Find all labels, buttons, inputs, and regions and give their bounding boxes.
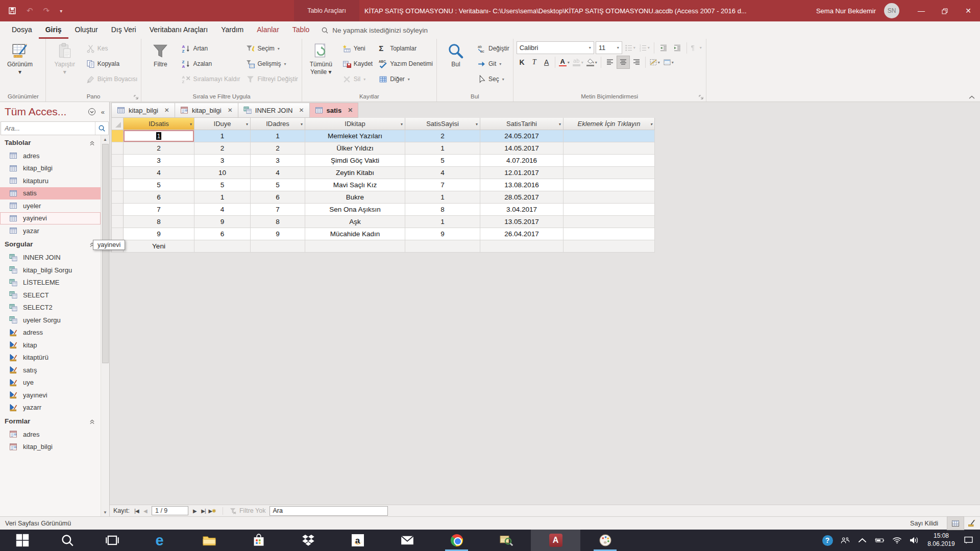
column-header-idsatis[interactable]: IDsatis▾ — [124, 118, 194, 130]
doc-tab-kitap-bilgi[interactable]: kitap_bilgi✕ — [111, 103, 175, 118]
g-r-n-m-button[interactable]: Görünüm▾ — [2, 40, 38, 77]
cell[interactable]: Memleket Yazıları — [305, 130, 405, 142]
ribbon-tab-yard-m[interactable]: Yardım — [214, 21, 250, 39]
cell[interactable]: Şimdi Göç Vakti — [305, 155, 405, 167]
taskbar-start-icon[interactable] — [0, 530, 45, 551]
action-center-icon[interactable] — [960, 530, 977, 551]
cell[interactable]: 2 — [124, 142, 194, 155]
cell[interactable] — [480, 240, 564, 253]
battery-icon[interactable] — [871, 530, 888, 551]
cell[interactable]: Zeytin Kitabı — [305, 167, 405, 179]
cell[interactable]: 1 — [251, 130, 305, 142]
taskbar-file-explorer-icon[interactable] — [184, 530, 234, 551]
cell[interactable]: 1 — [194, 191, 251, 204]
close-icon[interactable]: ✕ — [348, 107, 353, 114]
minimize-button[interactable]: — — [910, 0, 933, 21]
design-view-button[interactable] — [964, 517, 980, 530]
save-icon[interactable] — [8, 7, 16, 15]
nav-item-kitapturu[interactable]: kitapturu — [0, 174, 101, 187]
doc-tab-satis[interactable]: satis✕ — [309, 103, 359, 118]
underline-button[interactable]: A — [541, 57, 552, 68]
column-header-satistarihi[interactable]: SatisTarihi▾ — [480, 118, 564, 130]
cell[interactable]: 9 — [251, 228, 305, 240]
close-button[interactable]: ✕ — [957, 0, 980, 21]
artan-button[interactable]: AZArtan — [179, 41, 242, 56]
cell[interactable]: Mücahide Kadın — [305, 228, 405, 240]
column-dropdown-icon[interactable]: ▾ — [301, 122, 303, 127]
cell[interactable]: 2 — [251, 142, 305, 155]
nav-search-input[interactable] — [5, 125, 95, 132]
avatar[interactable]: SN — [884, 3, 899, 18]
cell[interactable]: 1 — [194, 130, 251, 142]
toplamlar-button[interactable]: ΣToplamlar — [376, 41, 435, 56]
row-selector[interactable] — [112, 155, 124, 167]
nav-item-yay-nevi[interactable]: yayınevi — [0, 389, 101, 402]
cell[interactable]: 9 — [405, 228, 480, 240]
record-search-input[interactable] — [270, 506, 388, 516]
doc-tab-inner-join[interactable]: INNER JOIN✕ — [238, 103, 310, 118]
taskbar-store-icon[interactable] — [234, 530, 283, 551]
font-color-button[interactable]: A▾ — [558, 56, 571, 68]
cell[interactable]: 8 — [405, 204, 480, 216]
cell[interactable]: 13.05.2017 — [480, 216, 564, 228]
nav-item-kitap-bilgi-sorgu[interactable]: kitap_bilgi Sorgu — [0, 264, 101, 277]
column-dropdown-icon[interactable]: ▾ — [246, 122, 248, 127]
row-selector[interactable] — [112, 142, 124, 155]
cell[interactable] — [564, 228, 655, 240]
cell[interactable] — [564, 167, 655, 179]
taskbar-chrome-icon[interactable] — [432, 530, 481, 551]
scrollbar-thumb[interactable] — [102, 144, 109, 363]
row-selector[interactable] — [112, 204, 124, 216]
doc-tab-kitap-bilgi[interactable]: kitap_bilgi✕ — [175, 103, 238, 118]
row-selector[interactable] — [112, 216, 124, 228]
nav-item-uyeler-sorgu[interactable]: uyeler Sorgu — [0, 314, 101, 327]
taskbar-amazon-icon[interactable]: a — [333, 530, 382, 551]
nav-scrollbar[interactable]: ▲ ▼ — [101, 135, 109, 516]
column-dropdown-icon[interactable]: ▾ — [559, 122, 561, 127]
cell[interactable]: 6 — [251, 191, 305, 204]
taskbar-taskbar-search-icon[interactable] — [45, 530, 90, 551]
nav-section-formlar[interactable]: Formlar — [0, 414, 101, 428]
nav-item-yazarr[interactable]: yazarr — [0, 402, 101, 414]
cell[interactable]: 6 — [194, 228, 251, 240]
tray-chevron-up-icon[interactable] — [853, 530, 871, 551]
collapse-ribbon-icon[interactable] — [969, 93, 975, 99]
tell-me-box[interactable]: Ne yapmak istediğinizi söyleyin — [321, 21, 428, 39]
cell[interactable]: 4 — [251, 167, 305, 179]
cell[interactable] — [564, 155, 655, 167]
ribbon-tab-alanlar[interactable]: Alanlar — [250, 21, 286, 39]
clock[interactable]: 15:08 8.06.2019 — [923, 532, 960, 548]
di-er-button[interactable]: Diğer▾ — [376, 71, 435, 87]
cell[interactable]: 7 — [124, 204, 194, 216]
taskbar-edge-icon[interactable]: e — [135, 530, 184, 551]
cell[interactable]: 1 — [405, 142, 480, 155]
cell[interactable] — [564, 179, 655, 191]
cell[interactable] — [251, 240, 305, 253]
cell[interactable]: 4 — [124, 167, 194, 179]
nav-pane-title[interactable]: Tüm Acces... — [5, 106, 66, 118]
cell[interactable]: 7 — [251, 204, 305, 216]
cell[interactable]: 10 — [194, 167, 251, 179]
column-dropdown-icon[interactable]: ▾ — [401, 122, 403, 127]
cell[interactable] — [564, 130, 655, 142]
gridlines-button[interactable]: ▾ — [648, 56, 661, 68]
nav-item-select2[interactable]: SELECT2 — [0, 302, 101, 314]
cell[interactable]: 5 — [124, 179, 194, 191]
align-center-button[interactable] — [617, 56, 629, 68]
filter-status[interactable]: Filtre Yok — [223, 507, 265, 515]
cell[interactable]: 5 — [405, 155, 480, 167]
cell[interactable] — [305, 240, 405, 253]
cell[interactable] — [405, 240, 480, 253]
dialog-launcher-icon[interactable] — [699, 95, 704, 100]
nav-menu-icon[interactable] — [88, 108, 96, 116]
nav-item-uye[interactable]: uye — [0, 377, 101, 389]
nav-item-kitapt-r[interactable]: kitaptürü — [0, 352, 101, 364]
column-dropdown-icon[interactable]: ▾ — [476, 122, 478, 127]
cell[interactable]: Yeni — [124, 240, 194, 253]
volume-icon[interactable] — [905, 530, 923, 551]
nav-item-inner-join[interactable]: INNER JOIN — [0, 252, 101, 264]
filtre-button[interactable]: Filtre — [142, 40, 179, 69]
nav-item-adress[interactable]: adress — [0, 327, 101, 339]
column-header-idadres[interactable]: IDadres▾ — [251, 118, 305, 130]
align-right-button[interactable] — [630, 56, 643, 68]
